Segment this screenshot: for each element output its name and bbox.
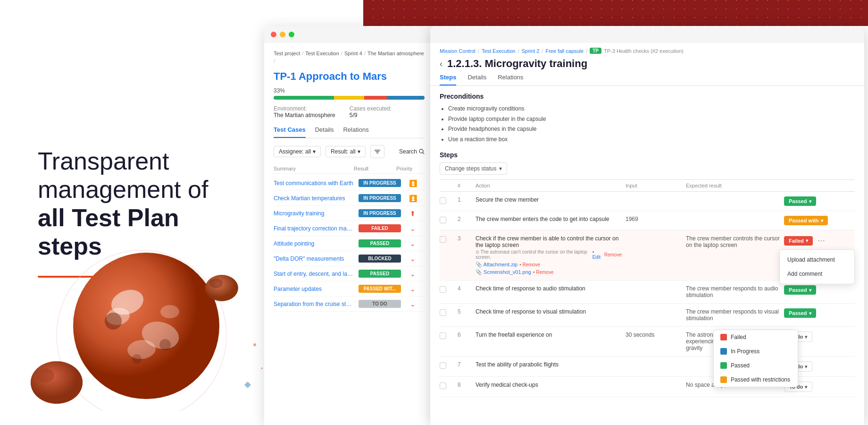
chevron-down-icon: ▾ xyxy=(805,334,807,340)
svg-point-9 xyxy=(160,305,179,318)
chevron-down-icon: ▾ xyxy=(809,288,811,293)
breadcrumb-tag: TP xyxy=(590,48,601,54)
status-color-swatch xyxy=(720,348,727,355)
steps-table-header: # Action Input Expected result xyxy=(440,179,855,192)
step-number: 5 xyxy=(458,308,472,315)
status-dropdown-item[interactable]: Passed with restrictions xyxy=(714,373,798,387)
tab-details-1[interactable]: Details xyxy=(315,126,334,138)
preconditions-title: Preconditions xyxy=(440,93,855,100)
tabs-row-1: Test Cases Details Relations xyxy=(274,126,425,138)
list-item[interactable]: Check Martian temperatures IN PROGRESS ⏫ xyxy=(274,191,425,206)
status-dropdown-item[interactable]: Passed xyxy=(714,358,798,373)
priority-icon: ⌄ xyxy=(401,300,425,308)
breadcrumb-2: Mission Control / Test Execution / Sprin… xyxy=(430,43,864,54)
step-status-button[interactable]: Passed with ▾ xyxy=(784,216,828,225)
tab-relations-2[interactable]: Relations xyxy=(498,74,523,85)
step-action: The crew member enters the code to get i… xyxy=(476,216,622,222)
remove-attachment[interactable]: • Remove xyxy=(519,262,540,267)
step-checkbox[interactable] xyxy=(440,236,446,243)
step-status-button[interactable]: Passed ▾ xyxy=(784,196,816,206)
tab-steps[interactable]: Steps xyxy=(440,74,456,85)
svg-point-13 xyxy=(205,275,238,301)
pb-blue xyxy=(387,96,425,100)
step-action: Turn the freefall experience on xyxy=(476,332,622,338)
traffic-light-green[interactable] xyxy=(289,32,294,37)
status-dropdown-item[interactable]: Failed xyxy=(714,330,798,344)
test-item-name: Separation from the cruise stage xyxy=(274,301,359,307)
step-checkbox[interactable] xyxy=(440,286,446,293)
remove-note[interactable]: Remove xyxy=(604,252,622,257)
change-status-dropdown[interactable]: Change steps status ▾ xyxy=(440,162,507,175)
priority-icon: ⏫ xyxy=(401,195,425,202)
step-checkbox[interactable] xyxy=(440,332,446,339)
list-item[interactable]: Microgravity training IN PROGRESS ⬆ xyxy=(274,206,425,221)
step-checkbox[interactable] xyxy=(440,197,446,204)
test-plan-title[interactable]: TP-1 Approach to Mars xyxy=(274,70,425,83)
step-checkbox[interactable] xyxy=(440,362,446,369)
status-badge: PASSED xyxy=(359,239,401,247)
list-item[interactable]: "Delta DOR" measurements BLOCKED ⌄ xyxy=(274,251,425,266)
list-item[interactable]: Separation from the cruise stage TO DO ⌄ xyxy=(274,297,425,312)
tab-relations-1[interactable]: Relations xyxy=(343,126,368,138)
step-checkbox[interactable] xyxy=(440,217,446,223)
list-item[interactable]: Attitude pointing PASSED ⌄ xyxy=(274,236,425,251)
browser-titlebar-1 xyxy=(264,26,434,43)
step-checkbox[interactable] xyxy=(440,382,446,389)
chevron-down-icon: ▾ xyxy=(806,238,808,243)
traffic-light-red[interactable] xyxy=(271,32,276,37)
cases-field: Cases executed: 5/9 xyxy=(350,105,392,119)
test-item-name: Final trajectory correction maneuvers xyxy=(274,225,359,232)
step-more-button[interactable]: ⋯ xyxy=(815,235,828,246)
step-status-button[interactable]: Failed ▾ xyxy=(784,236,813,246)
list-item[interactable]: Parameter updates PASSED WIT... ⌄ xyxy=(274,281,425,297)
result-filter[interactable]: Result: all ▾ xyxy=(326,146,366,157)
status-badge: TO DO xyxy=(359,300,401,308)
step-action: Check time of response to visual stimula… xyxy=(476,308,622,315)
filter-icon-button[interactable] xyxy=(370,145,384,158)
svg-line-24 xyxy=(423,153,424,154)
list-item[interactable]: Start of entry, descent, and lan... PASS… xyxy=(274,266,425,281)
priority-icon: ⌄ xyxy=(401,285,425,293)
step-number: 2 xyxy=(458,216,472,222)
test-item-name: Test communications with Earth xyxy=(274,180,359,187)
status-dropdown-item[interactable]: In Progress xyxy=(714,344,798,358)
list-item[interactable]: Final trajectory correction maneuvers FA… xyxy=(274,221,425,236)
svg-rect-17 xyxy=(244,382,251,388)
traffic-light-yellow[interactable] xyxy=(280,32,285,37)
list-item[interactable]: Test communications with Earth IN PROGRE… xyxy=(274,176,425,191)
step-checkbox[interactable] xyxy=(440,309,446,316)
remove-attachment[interactable]: • Remove xyxy=(533,270,554,275)
tab-details-2[interactable]: Details xyxy=(467,74,486,85)
test-item-name: Check Martian temperatures xyxy=(274,195,359,202)
step-status-button[interactable]: Passed ▾ xyxy=(784,285,816,295)
step-action: Secure the crew member xyxy=(476,196,622,203)
step-action: Check if the crew member is able to cont… xyxy=(476,235,622,275)
step-action: Verify medical check-ups xyxy=(476,382,622,388)
add-comment-menu-item[interactable]: Add comment xyxy=(780,267,854,281)
back-button[interactable]: ‹ xyxy=(440,59,442,69)
table-row: 5 Check time of response to visual stimu… xyxy=(440,304,855,327)
breadcrumb-1: Test project / Test Execution / Sprint 4… xyxy=(274,51,425,64)
steps-section: Steps Change steps status ▾ # Action Inp… xyxy=(430,151,864,402)
preconditions-list: Create microgravity conditionsProvide la… xyxy=(440,104,855,144)
assignee-filter[interactable]: Assignee: all ▾ xyxy=(274,146,321,157)
attachment-link[interactable]: 📎 Attachment.zip • Remove xyxy=(476,262,622,268)
status-label: Failed xyxy=(731,334,746,340)
status-color-swatch xyxy=(720,362,727,369)
tab-test-cases[interactable]: Test Cases xyxy=(274,126,306,138)
status-color-swatch xyxy=(720,376,727,383)
chevron-down-icon: ▾ xyxy=(809,311,811,316)
search-button[interactable]: Search xyxy=(399,148,425,155)
test-items-list: Test communications with Earth IN PROGRE… xyxy=(274,176,425,312)
svg-point-18 xyxy=(253,343,256,346)
environment-field: Environment: The Martian atmosphere xyxy=(274,105,335,119)
test-item-name: Microgravity training xyxy=(274,210,359,217)
step-status-button[interactable]: Passed ▾ xyxy=(784,308,816,318)
upload-attachment-menu-item[interactable]: Upload attachment xyxy=(780,253,854,267)
step-number: 4 xyxy=(458,285,472,292)
chevron-down-icon: ▾ xyxy=(805,384,807,390)
step-number: 7 xyxy=(458,361,472,368)
status-label: Passed with restrictions xyxy=(731,376,790,383)
attachment-link[interactable]: 📎 Screenshot_v01.png • Remove xyxy=(476,269,622,275)
edit-note[interactable]: • Edit xyxy=(593,249,602,260)
